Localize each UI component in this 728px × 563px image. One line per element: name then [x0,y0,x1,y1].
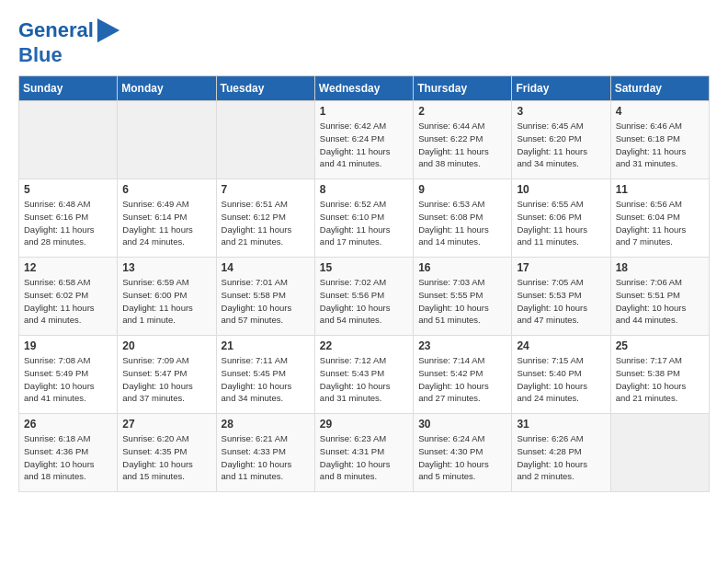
day-number: 10 [517,183,605,196]
calendar-cell: 4Sunrise: 6:46 AM Sunset: 6:18 PM Daylig… [610,101,709,179]
day-info: Sunrise: 6:23 AM Sunset: 4:31 PM Dayligh… [320,432,408,483]
calendar-cell: 2Sunrise: 6:44 AM Sunset: 6:22 PM Daylig… [414,101,512,179]
day-info: Sunrise: 6:53 AM Sunset: 6:08 PM Dayligh… [418,198,506,248]
calendar-cell: 11Sunrise: 6:56 AM Sunset: 6:04 PM Dayli… [610,179,709,258]
day-number: 28 [222,418,310,431]
day-info: Sunrise: 6:51 AM Sunset: 6:12 PM Dayligh… [222,198,310,248]
calendar-cell: 30Sunrise: 6:24 AM Sunset: 4:30 PM Dayli… [414,414,512,492]
calendar-cell: 25Sunrise: 7:17 AM Sunset: 5:38 PM Dayli… [610,336,709,414]
calendar-cell: 22Sunrise: 7:12 AM Sunset: 5:43 PM Dayli… [314,336,413,414]
day-number: 12 [24,261,112,274]
day-number: 14 [222,261,310,274]
calendar-cell: 14Sunrise: 7:01 AM Sunset: 5:58 PM Dayli… [216,258,314,336]
day-number: 16 [418,261,506,274]
day-number: 29 [320,418,408,431]
day-info: Sunrise: 7:05 AM Sunset: 5:53 PM Dayligh… [517,276,605,327]
calendar-cell: 9Sunrise: 6:53 AM Sunset: 6:08 PM Daylig… [414,179,512,258]
day-number: 22 [320,339,408,352]
day-number: 26 [24,418,112,431]
day-info: Sunrise: 6:21 AM Sunset: 4:33 PM Dayligh… [222,432,310,483]
day-number: 8 [320,183,408,196]
day-info: Sunrise: 7:17 AM Sunset: 5:38 PM Dayligh… [616,354,704,405]
day-info: Sunrise: 6:45 AM Sunset: 6:20 PM Dayligh… [517,120,605,170]
day-info: Sunrise: 7:02 AM Sunset: 5:56 PM Dayligh… [320,276,408,327]
column-header-thursday: Thursday [414,76,512,101]
calendar-cell: 17Sunrise: 7:05 AM Sunset: 5:53 PM Dayli… [512,258,610,336]
column-header-sunday: Sunday [19,76,118,101]
day-info: Sunrise: 7:01 AM Sunset: 5:58 PM Dayligh… [222,276,310,327]
day-info: Sunrise: 6:42 AM Sunset: 6:24 PM Dayligh… [320,120,408,170]
day-number: 19 [24,339,112,352]
logo-text: General Blue [18,18,121,66]
day-number: 31 [517,418,605,431]
day-number: 9 [418,183,506,196]
day-number: 25 [616,339,704,352]
day-info: Sunrise: 7:15 AM Sunset: 5:40 PM Dayligh… [517,354,605,405]
day-info: Sunrise: 6:59 AM Sunset: 6:00 PM Dayligh… [122,276,210,327]
day-number: 5 [24,183,112,196]
day-number: 6 [122,183,210,196]
calendar-cell: 6Sunrise: 6:49 AM Sunset: 6:14 PM Daylig… [118,179,216,258]
calendar-cell: 5Sunrise: 6:48 AM Sunset: 6:16 PM Daylig… [19,179,118,258]
column-header-saturday: Saturday [610,76,709,101]
day-info: Sunrise: 7:12 AM Sunset: 5:43 PM Dayligh… [320,354,408,405]
day-info: Sunrise: 7:03 AM Sunset: 5:55 PM Dayligh… [418,276,506,327]
column-header-friday: Friday [512,76,610,101]
calendar-cell: 31Sunrise: 6:26 AM Sunset: 4:28 PM Dayli… [512,414,610,492]
day-info: Sunrise: 6:46 AM Sunset: 6:18 PM Dayligh… [616,120,704,170]
day-info: Sunrise: 7:09 AM Sunset: 5:47 PM Dayligh… [122,354,210,405]
day-number: 17 [517,261,605,274]
calendar-cell: 12Sunrise: 6:58 AM Sunset: 6:02 PM Dayli… [19,258,118,336]
logo: General Blue [18,18,121,66]
calendar-cell [610,414,709,492]
day-number: 1 [320,105,408,118]
calendar-cell: 7Sunrise: 6:51 AM Sunset: 6:12 PM Daylig… [216,179,314,258]
calendar-cell: 15Sunrise: 7:02 AM Sunset: 5:56 PM Dayli… [314,258,413,336]
day-number: 11 [616,183,704,196]
day-info: Sunrise: 7:11 AM Sunset: 5:45 PM Dayligh… [222,354,310,405]
calendar-cell: 20Sunrise: 7:09 AM Sunset: 5:47 PM Dayli… [118,336,216,414]
page-header: General Blue [18,18,710,66]
calendar-cell: 27Sunrise: 6:20 AM Sunset: 4:35 PM Dayli… [118,414,216,492]
calendar-cell: 10Sunrise: 6:55 AM Sunset: 6:06 PM Dayli… [512,179,610,258]
day-info: Sunrise: 6:24 AM Sunset: 4:30 PM Dayligh… [418,432,506,483]
day-info: Sunrise: 6:20 AM Sunset: 4:35 PM Dayligh… [122,432,210,483]
calendar-cell: 13Sunrise: 6:59 AM Sunset: 6:00 PM Dayli… [118,258,216,336]
day-number: 3 [517,105,605,118]
day-number: 27 [122,418,210,431]
day-info: Sunrise: 6:49 AM Sunset: 6:14 PM Dayligh… [122,198,210,248]
day-number: 2 [418,105,506,118]
day-info: Sunrise: 6:52 AM Sunset: 6:10 PM Dayligh… [320,198,408,248]
day-number: 7 [222,183,310,196]
day-number: 4 [616,105,704,118]
calendar-cell: 16Sunrise: 7:03 AM Sunset: 5:55 PM Dayli… [414,258,512,336]
calendar-cell [118,101,216,179]
calendar-table: SundayMondayTuesdayWednesdayThursdayFrid… [18,75,710,492]
column-header-tuesday: Tuesday [216,76,314,101]
calendar-cell: 24Sunrise: 7:15 AM Sunset: 5:40 PM Dayli… [512,336,610,414]
day-info: Sunrise: 6:48 AM Sunset: 6:16 PM Dayligh… [24,198,112,248]
day-number: 18 [616,261,704,274]
day-info: Sunrise: 6:58 AM Sunset: 6:02 PM Dayligh… [24,276,112,327]
calendar-cell: 28Sunrise: 6:21 AM Sunset: 4:33 PM Dayli… [216,414,314,492]
day-number: 20 [122,339,210,352]
day-number: 24 [517,339,605,352]
day-info: Sunrise: 7:14 AM Sunset: 5:42 PM Dayligh… [418,354,506,405]
calendar-cell [216,101,314,179]
day-info: Sunrise: 7:06 AM Sunset: 5:51 PM Dayligh… [616,276,704,327]
calendar-cell: 3Sunrise: 6:45 AM Sunset: 6:20 PM Daylig… [512,101,610,179]
svg-marker-0 [97,18,119,42]
calendar-cell: 26Sunrise: 6:18 AM Sunset: 4:36 PM Dayli… [19,414,118,492]
calendar-cell: 1Sunrise: 6:42 AM Sunset: 6:24 PM Daylig… [314,101,413,179]
column-header-wednesday: Wednesday [314,76,413,101]
calendar-cell: 23Sunrise: 7:14 AM Sunset: 5:42 PM Dayli… [414,336,512,414]
day-info: Sunrise: 6:18 AM Sunset: 4:36 PM Dayligh… [24,432,112,483]
day-number: 30 [418,418,506,431]
day-number: 21 [222,339,310,352]
calendar-cell: 19Sunrise: 7:08 AM Sunset: 5:49 PM Dayli… [19,336,118,414]
day-info: Sunrise: 6:44 AM Sunset: 6:22 PM Dayligh… [418,120,506,170]
day-info: Sunrise: 6:26 AM Sunset: 4:28 PM Dayligh… [517,432,605,483]
day-info: Sunrise: 6:56 AM Sunset: 6:04 PM Dayligh… [616,198,704,248]
column-header-monday: Monday [118,76,216,101]
calendar-cell: 8Sunrise: 6:52 AM Sunset: 6:10 PM Daylig… [314,179,413,258]
